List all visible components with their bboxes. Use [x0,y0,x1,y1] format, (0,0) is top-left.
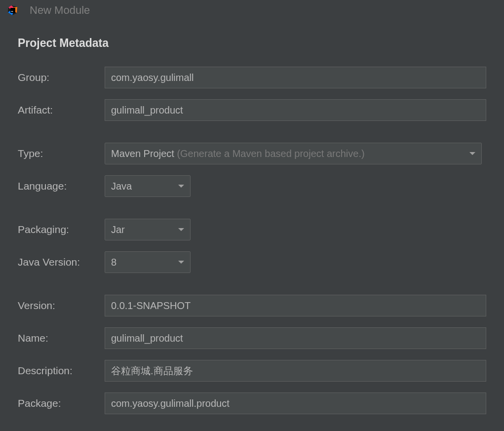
row-package: Package: [18,392,486,414]
label-name: Name: [18,332,105,344]
artifact-input[interactable] [105,99,486,121]
label-group: Group: [18,72,105,83]
type-hint: (Generate a Maven based project archive.… [177,148,364,159]
label-description: Description: [18,365,105,377]
intellij-icon [7,4,19,16]
java-version-select[interactable]: 8 [105,251,191,273]
package-input[interactable] [105,392,486,414]
row-language: Language: Java [18,175,486,197]
label-java-version: Java Version: [18,256,105,268]
chevron-down-icon [178,261,184,264]
form-content: Project Metadata Group: Artifact: Type: … [0,20,504,414]
row-version: Version: [18,295,486,316]
row-group: Group: [18,67,486,88]
label-language: Language: [18,180,105,192]
description-input[interactable] [105,360,486,382]
svg-rect-5 [11,11,13,12]
name-input[interactable] [105,327,486,349]
language-value: Java [111,181,132,192]
section-title: Project Metadata [18,37,486,50]
type-select-text: Maven Project (Generate a Maven based pr… [111,148,365,159]
row-name: Name: [18,327,486,349]
titlebar: New Module [0,0,504,20]
version-input[interactable] [105,295,486,316]
svg-rect-4 [10,8,15,13]
label-package: Package: [18,397,105,409]
label-packaging: Packaging: [18,224,105,235]
language-select[interactable]: Java [105,175,191,197]
packaging-value: Jar [111,224,125,235]
row-artifact: Artifact: [18,99,486,121]
row-description: Description: [18,360,486,382]
chevron-down-icon [178,185,184,188]
label-type: Type: [18,148,105,159]
row-type: Type: Maven Project (Generate a Maven ba… [18,143,486,164]
packaging-select[interactable]: Jar [105,219,191,240]
chevron-down-icon [178,228,184,231]
row-java-version: Java Version: 8 [18,251,486,273]
type-value: Maven Project [111,148,174,159]
row-packaging: Packaging: Jar [18,219,486,240]
type-select[interactable]: Maven Project (Generate a Maven based pr… [105,143,482,164]
group-input[interactable] [105,67,486,88]
label-artifact: Artifact: [18,104,105,116]
label-version: Version: [18,300,105,312]
window-title: New Module [30,4,90,17]
chevron-down-icon [469,152,475,155]
java-version-value: 8 [111,257,116,268]
